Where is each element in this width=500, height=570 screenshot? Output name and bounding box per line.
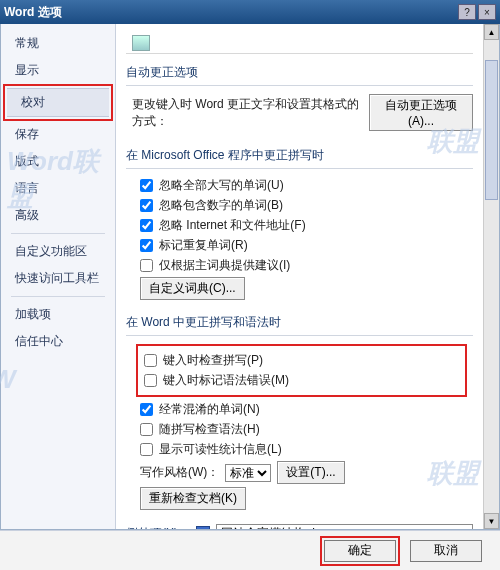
sidebar-item-language[interactable]: 语言 [1, 175, 115, 202]
sidebar-separator [11, 233, 105, 234]
chk-readability-stats[interactable] [140, 443, 153, 456]
ok-button[interactable]: 确定 [324, 540, 396, 562]
close-button[interactable]: × [478, 4, 496, 20]
exceptions-label: 例外项(X)： [126, 525, 190, 530]
titlebar: Word 选项 ? × [0, 0, 500, 24]
recheck-doc-button[interactable]: 重新检查文档(K) [140, 487, 246, 510]
cancel-button[interactable]: 取消 [410, 540, 482, 562]
autocorrect-sub: 更改键入时 Word 更正文字和设置其格式的方式： [132, 96, 363, 130]
section-autocorrect: 自动更正选项 [126, 58, 473, 86]
custom-dict-button[interactable]: 自定义词典(C)... [140, 277, 245, 300]
sidebar-item-save[interactable]: 保存 [1, 121, 115, 148]
word-doc-icon [196, 526, 210, 529]
help-button[interactable]: ? [458, 4, 476, 20]
sidebar: 常规 显示 校对 保存 版式 语言 高级 自定义功能区 快速访问工具栏 加载项 … [1, 24, 116, 529]
chk-check-spelling-type[interactable] [144, 354, 157, 367]
window-title: Word 选项 [4, 4, 456, 21]
chk-ignore-internet[interactable] [140, 219, 153, 232]
scroll-up-arrow[interactable]: ▲ [484, 24, 499, 40]
writing-style-label: 写作风格(W)： [140, 464, 219, 481]
sidebar-item-proofing[interactable]: 校对 [7, 88, 109, 117]
vertical-scrollbar[interactable]: ▲ ▼ [483, 24, 499, 529]
settings-button[interactable]: 设置(T)... [277, 461, 344, 484]
chk-mark-grammar-type[interactable] [144, 374, 157, 387]
chk-ignore-uppercase[interactable] [140, 179, 153, 192]
chk-confused-words[interactable] [140, 403, 153, 416]
dialog-body: 常规 显示 校对 保存 版式 语言 高级 自定义功能区 快速访问工具栏 加载项 … [0, 24, 500, 530]
sidebar-item-qat[interactable]: 快速访问工具栏 [1, 265, 115, 292]
exceptions-doc-select[interactable]: 网站金字塔结构.docx [216, 524, 473, 529]
scroll-thumb[interactable] [485, 60, 498, 200]
watermark: W [0, 364, 16, 395]
sidebar-item-display[interactable]: 显示 [1, 57, 115, 84]
sidebar-item-general[interactable]: 常规 [1, 30, 115, 57]
sidebar-item-customize-ribbon[interactable]: 自定义功能区 [1, 238, 115, 265]
sidebar-item-trust[interactable]: 信任中心 [1, 328, 115, 355]
section-ms-office: 在 Microsoft Office 程序中更正拼写时 [126, 141, 473, 169]
section-word-proofing: 在 Word 中更正拼写和语法时 [126, 308, 473, 336]
dialog-footer: 确定 取消 [0, 530, 500, 570]
writing-style-select[interactable]: 标准 [225, 464, 271, 482]
chk-flag-repeated[interactable] [140, 239, 153, 252]
sidebar-item-addins[interactable]: 加载项 [1, 301, 115, 328]
sidebar-separator [11, 296, 105, 297]
autocorrect-options-button[interactable]: 自动更正选项(A)... [369, 94, 473, 131]
content-pane: 自动更正选项 更改键入时 Word 更正文字和设置其格式的方式： 自动更正选项(… [116, 24, 499, 529]
proofing-icon [132, 35, 150, 51]
scroll-down-arrow[interactable]: ▼ [484, 513, 499, 529]
chk-grammar-with-spelling[interactable] [140, 423, 153, 436]
top-strip [126, 32, 473, 54]
sidebar-item-advanced[interactable]: 高级 [1, 202, 115, 229]
scroll-track[interactable] [484, 40, 499, 513]
chk-main-dict-only[interactable] [140, 259, 153, 272]
sidebar-item-layout[interactable]: 版式 [1, 148, 115, 175]
chk-ignore-numbers[interactable] [140, 199, 153, 212]
